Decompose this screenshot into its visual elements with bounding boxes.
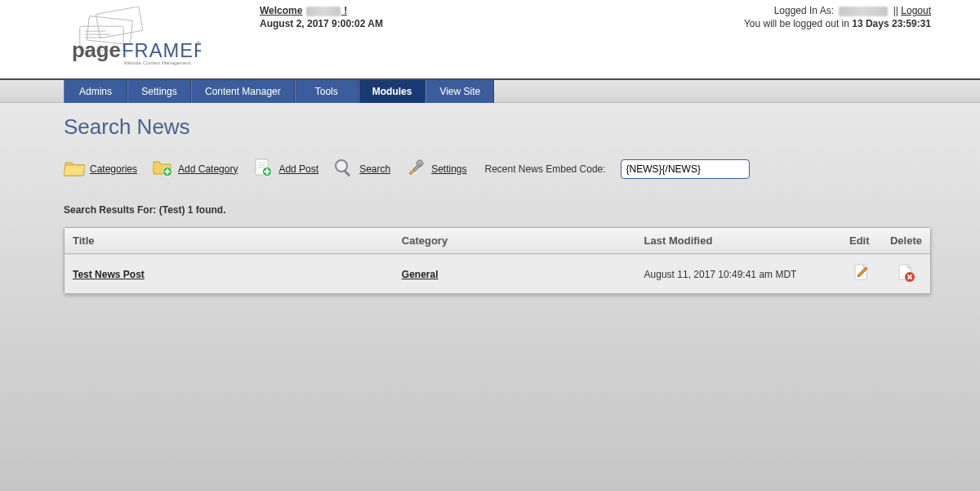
tab-modules[interactable]: Modules [359,80,426,103]
welcome-label: Welcome [260,5,302,16]
main-nav: Admins Settings Content Manager Tools Mo… [64,80,980,103]
loggedin-user-censored [839,7,888,16]
svg-text:page: page [72,38,121,61]
col-title: Title [65,228,394,254]
tb-search[interactable]: Search [333,158,390,180]
separator: || [893,5,902,16]
tab-admins[interactable]: Admins [64,80,127,103]
svg-text:®: ® [196,40,201,47]
results-label: Search Results For: (Test) 1 found. [64,204,931,216]
tools-icon [405,158,426,180]
folder-add-icon [152,158,173,180]
tb-settings-label[interactable]: Settings [431,163,466,175]
username-censored [306,7,341,16]
embed-label: Recent News Embed Code: [485,163,606,175]
module-toolbar: Categories Add Category [64,158,931,180]
logo-svg: page FRAMER Website Content Management ® [64,7,201,74]
tb-settings[interactable]: Settings [405,158,466,180]
folder-icon [64,158,85,180]
tab-content-manager[interactable]: Content Manager [191,80,295,103]
row-last-modified: August 11, 2017 10:49:41 am MDT [636,254,841,293]
tab-view-site[interactable]: View Site [425,80,494,103]
col-category: Category [394,228,636,254]
svg-rect-23 [344,170,350,176]
welcome-bang: ! [341,5,347,16]
svg-text:FRAMER: FRAMER [122,40,201,61]
svg-rect-0 [96,7,143,38]
tb-categories-label[interactable]: Categories [90,163,137,175]
svg-rect-21 [265,171,270,172]
search-icon [333,158,354,180]
session-msg-prefix: You will be logged out in [744,18,852,29]
tb-add-post-label[interactable]: Add Post [278,163,318,175]
page-body: Search News Categories Add [0,103,980,491]
current-date: August 2, 2017 9:00:02 AM [260,18,537,29]
logged-in-prefix: Logged In As: [774,5,834,16]
page-title: Search News [64,114,931,140]
tb-categories[interactable]: Categories [64,158,137,180]
embed-input[interactable] [621,159,750,179]
header: page FRAMER Website Content Management ®… [0,0,980,78]
tb-add-post[interactable]: Add Post [252,158,318,180]
svg-text:Website Content Management: Website Content Management [123,60,191,65]
svg-rect-13 [165,171,171,172]
tb-add-category-label[interactable]: Add Category [178,163,238,175]
welcome-area: Welcome ! August 2, 2017 9:00:02 AM [260,2,537,29]
col-edit: Edit [841,228,882,254]
tb-search-label[interactable]: Search [359,163,390,175]
col-delete: Delete [882,228,930,254]
logout-link[interactable]: Logout [901,5,931,16]
col-last-modified: Last Modified [636,228,841,254]
tab-settings[interactable]: Settings [127,80,191,103]
edit-icon[interactable] [852,263,871,285]
delete-icon[interactable] [896,263,915,285]
tb-add-category[interactable]: Add Category [152,158,238,180]
main-nav-wrap: Admins Settings Content Manager Tools Mo… [0,78,980,103]
session-time: 13 Days 23:59:31 [852,18,931,29]
results-table: Title Category Last Modified Edit Delete… [64,227,931,294]
row-category-link[interactable]: General [402,269,439,280]
page-add-icon [252,158,274,180]
tab-tools[interactable]: Tools [295,80,359,103]
login-area: Logged In As: || Logout You will be logg… [537,2,931,29]
row-title-link[interactable]: Test News Post [73,269,145,280]
table-row: Test News Post General August 11, 2017 1… [65,254,930,293]
svg-point-22 [336,160,347,172]
logo: page FRAMER Website Content Management ® [64,2,260,76]
